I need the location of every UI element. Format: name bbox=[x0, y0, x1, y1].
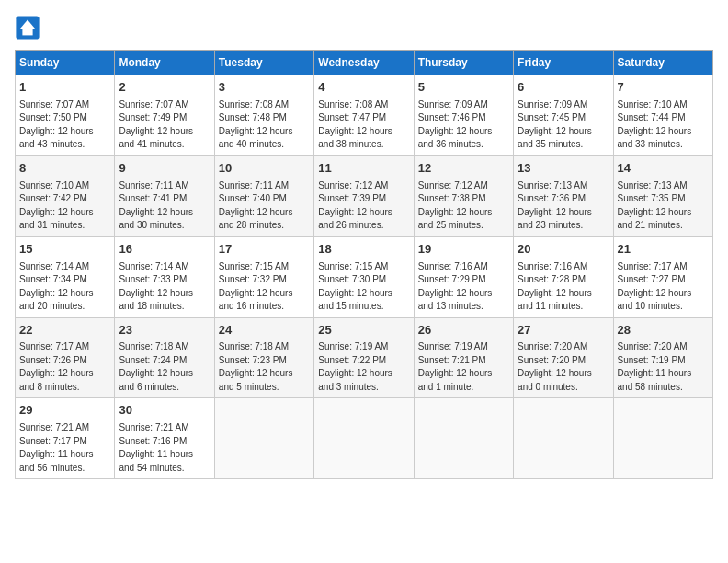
cell-content: Sunrise: 7:10 AMSunset: 7:42 PMDaylight:… bbox=[19, 179, 110, 233]
sunrise-text: Sunrise: 7:20 AM bbox=[518, 340, 609, 354]
header-cell-monday: Monday bbox=[115, 51, 214, 75]
cell-content: Sunrise: 7:19 AMSunset: 7:21 PMDaylight:… bbox=[418, 340, 509, 394]
day-number: 6 bbox=[518, 79, 609, 97]
logo-icon bbox=[15, 15, 40, 40]
sunset-text: Sunset: 7:34 PM bbox=[19, 273, 110, 287]
day-number: 3 bbox=[219, 79, 310, 97]
week-row-4: 22Sunrise: 7:17 AMSunset: 7:26 PMDayligh… bbox=[16, 317, 713, 398]
day-number: 24 bbox=[219, 322, 310, 339]
cell-content: Sunrise: 7:17 AMSunset: 7:27 PMDaylight:… bbox=[618, 260, 709, 314]
sunrise-text: Sunrise: 7:16 AM bbox=[518, 260, 609, 274]
sunrise-text: Sunrise: 7:11 AM bbox=[119, 179, 210, 193]
day-cell: 28Sunrise: 7:20 AMSunset: 7:19 PMDayligh… bbox=[613, 317, 712, 398]
day-number: 14 bbox=[618, 160, 709, 178]
day-cell: 3Sunrise: 7:08 AMSunset: 7:48 PMDaylight… bbox=[214, 75, 313, 156]
day-cell: 5Sunrise: 7:09 AMSunset: 7:46 PMDaylight… bbox=[414, 75, 513, 156]
cell-content: Sunrise: 7:13 AMSunset: 7:36 PMDaylight:… bbox=[518, 179, 609, 233]
cell-content: Sunrise: 7:20 AMSunset: 7:20 PMDaylight:… bbox=[518, 340, 609, 394]
day-cell: 15Sunrise: 7:14 AMSunset: 7:34 PMDayligh… bbox=[16, 236, 115, 317]
daylight-text: Daylight: 12 hours and 26 minutes. bbox=[318, 206, 409, 233]
daylight-text: Daylight: 11 hours and 56 minutes. bbox=[19, 448, 110, 475]
day-number: 17 bbox=[219, 241, 310, 259]
header-cell-thursday: Thursday bbox=[414, 51, 513, 75]
day-number: 26 bbox=[418, 322, 509, 339]
day-number: 20 bbox=[518, 241, 609, 259]
sunset-text: Sunset: 7:45 PM bbox=[518, 111, 609, 125]
cell-content: Sunrise: 7:18 AMSunset: 7:23 PMDaylight:… bbox=[219, 340, 310, 394]
daylight-text: Daylight: 12 hours and 18 minutes. bbox=[119, 287, 210, 314]
sunset-text: Sunset: 7:17 PM bbox=[19, 435, 110, 449]
day-number: 29 bbox=[19, 402, 110, 419]
header-cell-sunday: Sunday bbox=[16, 51, 115, 75]
day-cell: 11Sunrise: 7:12 AMSunset: 7:39 PMDayligh… bbox=[314, 155, 414, 236]
cell-content: Sunrise: 7:21 AMSunset: 7:17 PMDaylight:… bbox=[19, 421, 110, 475]
day-cell: 29Sunrise: 7:21 AMSunset: 7:17 PMDayligh… bbox=[16, 398, 115, 479]
day-cell: 4Sunrise: 7:08 AMSunset: 7:47 PMDaylight… bbox=[314, 75, 414, 156]
header-cell-tuesday: Tuesday bbox=[214, 51, 313, 75]
day-number: 11 bbox=[318, 160, 409, 178]
daylight-text: Daylight: 12 hours and 0 minutes. bbox=[518, 367, 609, 394]
sunset-text: Sunset: 7:47 PM bbox=[318, 111, 409, 125]
logo bbox=[15, 15, 44, 40]
cell-content: Sunrise: 7:13 AMSunset: 7:35 PMDaylight:… bbox=[618, 179, 709, 233]
daylight-text: Daylight: 12 hours and 23 minutes. bbox=[518, 206, 609, 233]
day-cell bbox=[314, 398, 414, 479]
daylight-text: Daylight: 12 hours and 6 minutes. bbox=[119, 367, 210, 394]
cell-content: Sunrise: 7:19 AMSunset: 7:22 PMDaylight:… bbox=[318, 340, 409, 394]
day-number: 15 bbox=[19, 241, 110, 259]
sunrise-text: Sunrise: 7:08 AM bbox=[318, 98, 409, 112]
daylight-text: Daylight: 12 hours and 30 minutes. bbox=[119, 206, 210, 233]
day-cell: 30Sunrise: 7:21 AMSunset: 7:16 PMDayligh… bbox=[115, 398, 214, 479]
sunrise-text: Sunrise: 7:10 AM bbox=[618, 98, 709, 112]
sunset-text: Sunset: 7:16 PM bbox=[119, 435, 210, 449]
cell-content: Sunrise: 7:14 AMSunset: 7:34 PMDaylight:… bbox=[19, 260, 110, 314]
day-number: 10 bbox=[219, 160, 310, 178]
header-cell-saturday: Saturday bbox=[613, 51, 712, 75]
sunrise-text: Sunrise: 7:19 AM bbox=[418, 340, 509, 354]
header-row: SundayMondayTuesdayWednesdayThursdayFrid… bbox=[16, 51, 713, 75]
calendar-header: SundayMondayTuesdayWednesdayThursdayFrid… bbox=[16, 51, 713, 75]
sunset-text: Sunset: 7:28 PM bbox=[518, 273, 609, 287]
week-row-5: 29Sunrise: 7:21 AMSunset: 7:17 PMDayligh… bbox=[16, 398, 713, 479]
daylight-text: Daylight: 12 hours and 16 minutes. bbox=[219, 287, 310, 314]
sunset-text: Sunset: 7:19 PM bbox=[618, 354, 709, 368]
day-cell: 8Sunrise: 7:10 AMSunset: 7:42 PMDaylight… bbox=[16, 155, 115, 236]
sunset-text: Sunset: 7:27 PM bbox=[618, 273, 709, 287]
day-cell: 10Sunrise: 7:11 AMSunset: 7:40 PMDayligh… bbox=[214, 155, 313, 236]
sunset-text: Sunset: 7:49 PM bbox=[119, 111, 210, 125]
sunset-text: Sunset: 7:36 PM bbox=[518, 192, 609, 206]
sunrise-text: Sunrise: 7:16 AM bbox=[418, 260, 509, 274]
day-cell: 18Sunrise: 7:15 AMSunset: 7:30 PMDayligh… bbox=[314, 236, 414, 317]
sunset-text: Sunset: 7:30 PM bbox=[318, 273, 409, 287]
cell-content: Sunrise: 7:12 AMSunset: 7:39 PMDaylight:… bbox=[318, 179, 409, 233]
day-cell: 16Sunrise: 7:14 AMSunset: 7:33 PMDayligh… bbox=[115, 236, 214, 317]
cell-content: Sunrise: 7:12 AMSunset: 7:38 PMDaylight:… bbox=[418, 179, 509, 233]
day-number: 25 bbox=[318, 322, 409, 339]
day-cell: 24Sunrise: 7:18 AMSunset: 7:23 PMDayligh… bbox=[214, 317, 313, 398]
sunset-text: Sunset: 7:41 PM bbox=[119, 192, 210, 206]
day-number: 18 bbox=[318, 241, 409, 259]
calendar-body: 1Sunrise: 7:07 AMSunset: 7:50 PMDaylight… bbox=[16, 75, 713, 479]
sunset-text: Sunset: 7:35 PM bbox=[618, 192, 709, 206]
daylight-text: Daylight: 12 hours and 3 minutes. bbox=[318, 367, 409, 394]
cell-content: Sunrise: 7:20 AMSunset: 7:19 PMDaylight:… bbox=[618, 340, 709, 394]
sunrise-text: Sunrise: 7:18 AM bbox=[219, 340, 310, 354]
daylight-text: Daylight: 12 hours and 33 minutes. bbox=[618, 125, 709, 152]
week-row-2: 8Sunrise: 7:10 AMSunset: 7:42 PMDaylight… bbox=[16, 155, 713, 236]
day-number: 28 bbox=[618, 322, 709, 339]
sunset-text: Sunset: 7:40 PM bbox=[219, 192, 310, 206]
sunrise-text: Sunrise: 7:21 AM bbox=[19, 421, 110, 435]
cell-content: Sunrise: 7:16 AMSunset: 7:29 PMDaylight:… bbox=[418, 260, 509, 314]
sunrise-text: Sunrise: 7:12 AM bbox=[318, 179, 409, 193]
day-number: 21 bbox=[618, 241, 709, 259]
day-number: 2 bbox=[119, 79, 210, 97]
sunrise-text: Sunrise: 7:14 AM bbox=[119, 260, 210, 274]
sunset-text: Sunset: 7:24 PM bbox=[119, 354, 210, 368]
day-cell: 9Sunrise: 7:11 AMSunset: 7:41 PMDaylight… bbox=[115, 155, 214, 236]
cell-content: Sunrise: 7:15 AMSunset: 7:32 PMDaylight:… bbox=[219, 260, 310, 314]
cell-content: Sunrise: 7:09 AMSunset: 7:46 PMDaylight:… bbox=[418, 98, 509, 152]
cell-content: Sunrise: 7:09 AMSunset: 7:45 PMDaylight:… bbox=[518, 98, 609, 152]
sunset-text: Sunset: 7:21 PM bbox=[418, 354, 509, 368]
day-cell: 26Sunrise: 7:19 AMSunset: 7:21 PMDayligh… bbox=[414, 317, 513, 398]
day-number: 8 bbox=[19, 160, 110, 178]
